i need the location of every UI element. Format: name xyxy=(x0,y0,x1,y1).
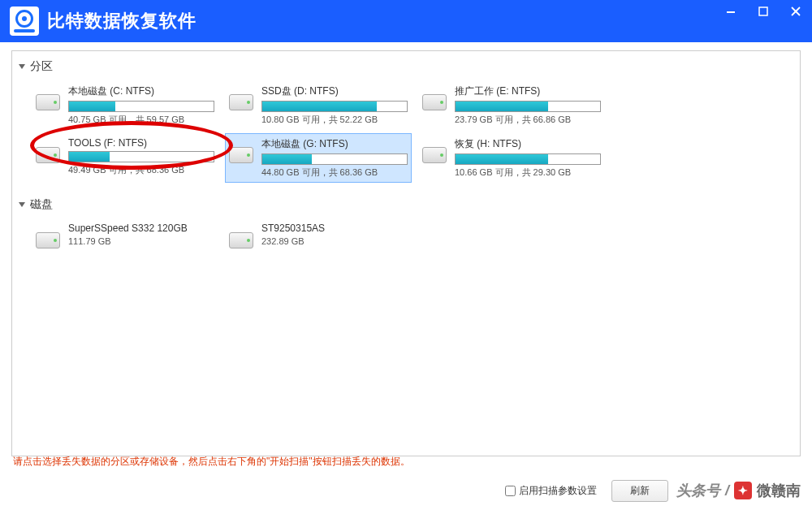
drive-info: 本地磁盘 (C: NTFS) 40.75 GB 可用，共 59.57 GB xyxy=(68,84,214,126)
drive-stats: 49.49 GB 可用，共 68.36 GB xyxy=(68,164,214,176)
main-content: 分区 本地磁盘 (C: NTFS) 40.75 GB 可用，共 59.57 GB… xyxy=(0,42,812,452)
usage-bar xyxy=(68,101,214,112)
drive-stats: 40.75 GB 可用，共 59.57 GB xyxy=(68,114,214,126)
drive-info: TOOLS (F: NTFS) 49.49 GB 可用，共 68.36 GB xyxy=(68,137,214,176)
watermark: 头条号 / ✦ 微赣南 xyxy=(676,481,801,500)
drive-info: SSD盘 (D: NTFS) 10.80 GB 可用，共 52.22 GB xyxy=(261,84,408,126)
drive-name: ST9250315AS xyxy=(261,223,408,234)
watermark-icon: ✦ xyxy=(734,482,752,499)
drive-name: SuperSSpeed S332 120GB xyxy=(68,223,214,234)
usage-bar xyxy=(455,101,601,112)
watermark-source: 头条号 xyxy=(676,481,720,500)
section-partitions-header[interactable]: 分区 xyxy=(12,51,800,79)
drive-name: SSD盘 (D: NTFS) xyxy=(261,84,408,98)
svg-rect-0 xyxy=(727,11,735,13)
scan-params-checkbox-wrap[interactable]: 启用扫描参数设置 xyxy=(505,484,597,498)
usage-bar xyxy=(261,153,408,165)
drive-stats: 232.89 GB xyxy=(261,236,408,246)
svg-rect-1 xyxy=(759,7,767,15)
partitions-grid: 本地磁盘 (C: NTFS) 40.75 GB 可用，共 59.57 GB SS… xyxy=(12,79,800,189)
drive-info: SuperSSpeed S332 120GB 111.79 GB xyxy=(68,223,214,246)
partition-item[interactable]: SSD盘 (D: NTFS) 10.80 GB 可用，共 52.22 GB xyxy=(225,80,412,130)
drive-name: 本地磁盘 (C: NTFS) xyxy=(68,84,214,98)
drive-name: 恢复 (H: NTFS) xyxy=(455,137,601,151)
hdd-icon xyxy=(36,232,62,253)
drive-panel: 分区 本地磁盘 (C: NTFS) 40.75 GB 可用，共 59.57 GB… xyxy=(11,50,801,456)
drive-stats: 10.66 GB 可用，共 29.30 GB xyxy=(455,166,601,179)
section-partitions-label: 分区 xyxy=(30,59,53,74)
maximize-button[interactable] xyxy=(747,0,780,23)
drive-stats: 111.79 GB xyxy=(68,236,214,246)
drive-info: 恢复 (H: NTFS) 10.66 GB 可用，共 29.30 GB xyxy=(455,137,601,179)
disks-grid: SuperSSpeed S332 120GB 111.79 GB ST92503… xyxy=(12,217,800,264)
disk-item[interactable]: SuperSSpeed S332 120GB 111.79 GB xyxy=(32,218,218,257)
partition-item[interactable]: 推广工作 (E: NTFS) 23.79 GB 可用，共 66.86 GB xyxy=(418,80,605,130)
usage-bar xyxy=(455,153,601,165)
chevron-down-icon xyxy=(19,202,25,207)
drive-info: ST9250315AS 232.89 GB xyxy=(261,223,408,246)
usage-bar xyxy=(68,151,214,162)
partition-item[interactable]: TOOLS (F: NTFS) 49.49 GB 可用，共 68.36 GB xyxy=(32,133,218,183)
refresh-button[interactable]: 刷新 xyxy=(611,480,668,502)
chevron-down-icon xyxy=(19,64,25,69)
partition-item[interactable]: 本地磁盘 (C: NTFS) 40.75 GB 可用，共 59.57 GB xyxy=(32,80,218,130)
drive-name: 本地磁盘 (G: NTFS) xyxy=(261,137,408,151)
disk-item[interactable]: ST9250315AS 232.89 GB xyxy=(225,218,412,257)
partition-item[interactable]: 本地磁盘 (G: NTFS) 44.80 GB 可用，共 68.36 GB xyxy=(225,133,412,183)
title-bar: 比特数据恢复软件 xyxy=(0,0,812,42)
hdd-icon xyxy=(422,94,448,115)
drive-stats: 44.80 GB 可用，共 68.36 GB xyxy=(261,166,408,179)
partition-item[interactable]: 恢复 (H: NTFS) 10.66 GB 可用，共 29.30 GB xyxy=(418,133,605,183)
hdd-icon xyxy=(36,94,62,115)
close-button[interactable] xyxy=(780,0,812,23)
section-disks-header[interactable]: 磁盘 xyxy=(12,189,800,217)
footer-bar: 启用扫描参数设置 刷新 头条号 / ✦ 微赣南 xyxy=(0,474,812,507)
drive-info: 本地磁盘 (G: NTFS) 44.80 GB 可用，共 68.36 GB xyxy=(261,137,408,179)
hdd-icon xyxy=(229,147,255,168)
drive-stats: 23.79 GB 可用，共 66.86 GB xyxy=(455,114,601,126)
maximize-icon xyxy=(758,6,768,16)
window-controls xyxy=(715,0,812,23)
close-icon xyxy=(791,6,801,16)
watermark-sep: / xyxy=(725,482,729,499)
drive-name: TOOLS (F: NTFS) xyxy=(68,137,214,149)
drive-stats: 10.80 GB 可用，共 52.22 GB xyxy=(261,114,408,126)
watermark-brand: 微赣南 xyxy=(757,481,801,500)
minimize-icon xyxy=(726,6,736,16)
section-disks-label: 磁盘 xyxy=(30,197,53,212)
drive-info: 推广工作 (E: NTFS) 23.79 GB 可用，共 66.86 GB xyxy=(455,84,601,126)
drive-name: 推广工作 (E: NTFS) xyxy=(455,84,601,98)
hdd-icon xyxy=(36,147,62,168)
usage-bar xyxy=(261,101,408,112)
hdd-icon xyxy=(422,147,448,168)
scan-params-label: 启用扫描参数设置 xyxy=(519,484,597,498)
app-logo-icon xyxy=(10,6,39,36)
app-title: 比特数据恢复软件 xyxy=(47,9,197,33)
scan-params-checkbox[interactable] xyxy=(505,486,516,496)
minimize-button[interactable] xyxy=(715,0,747,23)
hdd-icon xyxy=(229,232,255,253)
hdd-icon xyxy=(229,94,255,115)
